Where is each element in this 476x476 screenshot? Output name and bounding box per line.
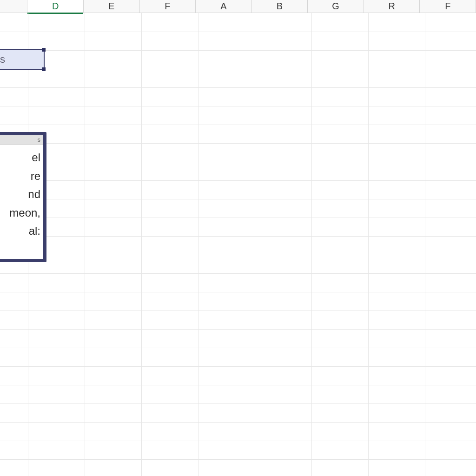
column-header-partial[interactable] [0,0,27,13]
column-header-G[interactable]: G [308,0,364,13]
column-header-F2[interactable]: F [420,0,476,13]
spreadsheet-grid[interactable]: s s el re nd meon, al: [0,13,476,476]
text-box-line: el [0,148,40,167]
column-header-E[interactable]: E [84,0,140,13]
text-box-body[interactable]: el re nd meon, al: [0,145,43,244]
text-box-line: meon, [0,204,40,222]
column-header-row: D E F A B G R F [0,0,476,13]
selected-cell[interactable]: s [0,49,45,70]
selection-handle-icon[interactable] [42,48,46,52]
column-header-F[interactable]: F [140,0,196,13]
text-box-line: al: [0,222,40,240]
text-box-header: s [0,135,43,145]
text-box-line: nd [0,185,40,204]
text-box-header-marker: s [38,136,41,143]
text-box-line: re [0,167,40,185]
column-header-B[interactable]: B [252,0,308,13]
selection-handle-icon[interactable] [42,67,46,71]
gridlines [0,13,476,476]
column-header-D[interactable]: D [27,0,84,13]
selected-cell-value: s [0,53,5,66]
text-box[interactable]: s el re nd meon, al: [0,132,46,262]
column-header-A[interactable]: A [196,0,252,13]
column-header-R[interactable]: R [364,0,420,13]
